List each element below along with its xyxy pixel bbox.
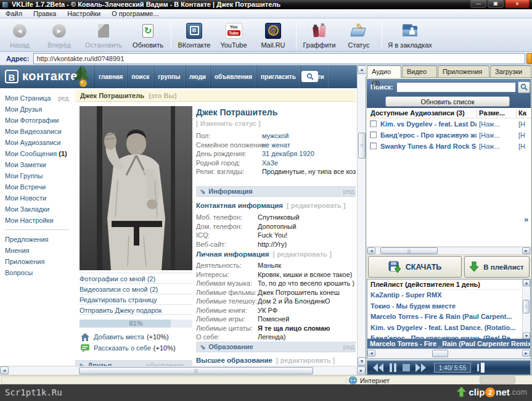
- graffiti-button[interactable]: Граффити: [300, 20, 339, 51]
- bookmarks-button[interactable]: Я в закладках: [385, 20, 435, 51]
- audio-search-button[interactable]: [518, 81, 530, 93]
- track-checkbox[interactable]: [370, 143, 377, 149]
- pause-button[interactable]: [390, 363, 397, 372]
- sidebar-item[interactable]: Мнения: [5, 245, 75, 256]
- stop-button[interactable]: Остановить: [79, 20, 128, 51]
- close-button[interactable]: x: [505, 0, 530, 8]
- add-places-row[interactable]: Добавить места (+10%): [81, 332, 198, 342]
- edit-link[interactable]: ред.: [58, 95, 70, 102]
- rewind-button[interactable]: [373, 363, 384, 372]
- nav-people[interactable]: люди: [185, 65, 210, 88]
- sidebar-item[interactable]: Мои Фотографии: [5, 115, 75, 126]
- sidebar-item[interactable]: Мои Видеозаписи: [5, 126, 75, 137]
- edit-page-link[interactable]: Редактировать страницу: [80, 294, 192, 304]
- audio-row[interactable]: Swanky Tunes & Hard Rock Sofa... [Наж...…: [367, 141, 531, 152]
- sidebar-item[interactable]: Мои Закладки: [5, 204, 75, 215]
- videos-with-me-link[interactable]: Видеозаписи со мной (2): [80, 283, 192, 294]
- scroll-up-button[interactable]: ▲: [358, 65, 366, 74]
- youtube-button[interactable]: YouTube YouTube: [214, 20, 253, 51]
- maximize-button[interactable]: ▣: [488, 0, 504, 8]
- now-playing-row[interactable]: Marcelo Torres - Fire _Rain (Paul Carpen…: [367, 339, 530, 349]
- edit-link[interactable]: [ редактировать ]: [276, 357, 335, 364]
- menu-about[interactable]: О программе...: [106, 9, 164, 19]
- sidebar-item-messages[interactable]: Мои Сообщения(1): [5, 148, 75, 159]
- list-horizontal-scrollbar[interactable]: ◄ ||| ►: [367, 247, 531, 255]
- vertical-scroll-thumb[interactable]: ≡: [358, 133, 366, 159]
- send-gift-link[interactable]: Отправить Джеку подарок: [80, 304, 192, 315]
- sidebar-item[interactable]: Мои Заметки: [5, 159, 75, 170]
- forward-button[interactable]: ► Вперёд: [39, 20, 79, 51]
- edit-link[interactable]: [ редактировать ]: [287, 202, 345, 209]
- vk-search-box[interactable]: [301, 71, 318, 82]
- playlist-vertical-scrollbar[interactable]: ▲ ≡ ▼: [522, 279, 530, 339]
- vertical-scroll-thumb[interactable]: ≡: [523, 300, 530, 313]
- track-checkbox[interactable]: [370, 120, 377, 127]
- vk-logo[interactable]: В контакте: [5, 69, 78, 83]
- education-edit-link[interactable]: ред: [343, 342, 354, 352]
- audio-search-input[interactable]: [396, 82, 516, 93]
- scroll-left-button[interactable]: ◄: [0, 366, 9, 374]
- nav-ads[interactable]: объявления: [210, 65, 256, 88]
- volume-indicator[interactable]: [477, 364, 479, 371]
- tab-apps[interactable]: Приложения (0): [438, 65, 489, 77]
- sidebar-item[interactable]: Мои Встречи: [5, 181, 75, 192]
- go-button[interactable]: [526, 53, 532, 64]
- sidebar-item[interactable]: Мои Группы: [5, 170, 75, 181]
- playlist-item[interactable]: Kim. vs Dygelev - feat. Last Dance. (Rot…: [367, 323, 520, 334]
- horizontal-scroll-thumb[interactable]: |||: [79, 367, 313, 374]
- playlist-horizontal-scrollbar[interactable]: ◄ ►: [367, 349, 530, 358]
- audio-row[interactable]: Kim. vs Dygelev - feat. Last Danc... [На…: [367, 118, 531, 130]
- scroll-right-button[interactable]: ►: [522, 247, 530, 254]
- column-download[interactable]: Ка: [518, 108, 526, 118]
- sidebar-item[interactable]: Предложения: [5, 234, 75, 245]
- refresh-button[interactable]: ↻ Обновить: [128, 20, 168, 51]
- tab-audio[interactable]: Аудио (3): [367, 65, 401, 78]
- tab-video[interactable]: Видео (0): [402, 65, 437, 77]
- sidebar-item[interactable]: Мои Аудиозаписи: [5, 137, 75, 148]
- sidebar-item[interactable]: Мои Новости: [5, 192, 75, 204]
- sidebar-item[interactable]: Мои Настройки: [5, 215, 75, 226]
- photos-with-me-link[interactable]: Фотографии со мной (2): [80, 273, 192, 283]
- nav-invite[interactable]: пригласить: [256, 65, 300, 88]
- sidebar-item[interactable]: Моя Страницаред.: [5, 93, 75, 104]
- address-input[interactable]: [33, 53, 525, 64]
- scroll-left-button[interactable]: ◄: [367, 247, 375, 254]
- sidebar-item[interactable]: Мои Друзья: [5, 104, 75, 115]
- nav-home[interactable]: главная: [94, 65, 127, 88]
- volume-indicator[interactable]: [481, 363, 485, 373]
- minimize-button[interactable]: —: [470, 0, 486, 8]
- back-button[interactable]: ◄ Назад: [0, 20, 39, 51]
- scroll-right-button[interactable]: ►: [522, 350, 530, 357]
- scroll-right-button[interactable]: ►: [357, 366, 366, 374]
- audio-row[interactable]: Банд'ерос - Про красивую жиз... [Наж... …: [367, 130, 531, 141]
- playlist-item[interactable]: Токио - Мы будем вместе: [367, 301, 520, 312]
- vertical-scrollbar[interactable]: ▲ ≡ ▼: [357, 65, 366, 366]
- panel-expand-arrow[interactable]: »: [524, 215, 528, 224]
- forward-track-button[interactable]: [415, 363, 427, 372]
- sidebar-item[interactable]: Вопросы: [5, 267, 75, 278]
- status-button[interactable]: ✎ Статус: [339, 20, 379, 51]
- sidebar-item[interactable]: Приложения: [5, 256, 75, 267]
- column-title[interactable]: Доступные Аудиозаписи (3): [370, 108, 465, 118]
- scroll-left-button[interactable]: ◄: [367, 350, 375, 357]
- menu-settings[interactable]: Настройки: [62, 9, 106, 19]
- scroll-down-button[interactable]: ▼: [358, 357, 366, 366]
- refresh-list-button[interactable]: Обновить список: [385, 96, 510, 107]
- nav-groups[interactable]: группы: [153, 65, 184, 88]
- horizontal-scroll-thumb[interactable]: |||: [380, 247, 438, 254]
- tab-downloads[interactable]: Загрузки (0): [490, 65, 531, 77]
- stop-playback-button[interactable]: [403, 364, 410, 371]
- horizontal-scroll-thumb[interactable]: [432, 350, 448, 357]
- tell-about-row[interactable]: Рассказать о себе (+10%): [81, 343, 198, 353]
- info-edit-link[interactable]: ред: [343, 187, 354, 196]
- column-size[interactable]: Разме...: [479, 108, 505, 118]
- profile-photo[interactable]: [80, 106, 192, 270]
- change-status-link[interactable]: [ Изменить статус ]: [196, 120, 261, 127]
- menu-edit[interactable]: Правка: [28, 9, 62, 19]
- menu-file[interactable]: Файл: [0, 9, 28, 19]
- edit-link[interactable]: [ редактировать ]: [273, 250, 332, 258]
- nav-search[interactable]: поиск: [127, 65, 153, 88]
- playlist-item[interactable]: KaZantip - Super RMX: [367, 290, 520, 301]
- track-checkbox[interactable]: [370, 131, 377, 138]
- add-to-playlist-button[interactable]: В плейлист: [464, 256, 530, 278]
